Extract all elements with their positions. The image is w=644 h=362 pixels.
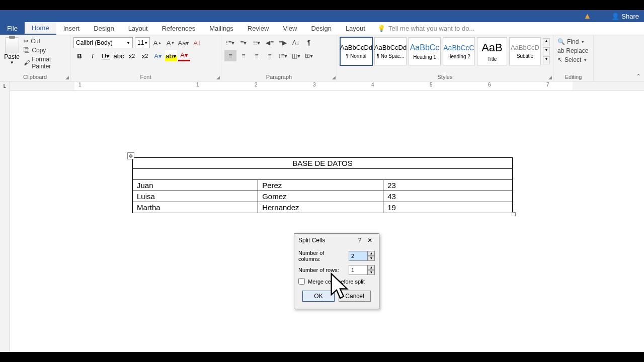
- table-cell[interactable]: Martha: [133, 202, 258, 213]
- ruler-horizontal[interactable]: 1 1 2 3 4 5 6 7: [10, 81, 644, 90]
- find-button[interactable]: 🔍Find▼: [556, 37, 590, 46]
- increase-indent-button[interactable]: ≡▶: [277, 37, 289, 48]
- style-title[interactable]: AaBTitle: [477, 37, 507, 65]
- style-heading2[interactable]: AaBbCcCHeading 2: [443, 37, 475, 65]
- superscript-button[interactable]: x2: [139, 50, 151, 61]
- ok-button[interactable]: OK: [302, 291, 335, 302]
- highlight-button[interactable]: ab▾: [165, 50, 177, 61]
- columns-up[interactable]: ▲: [368, 251, 375, 256]
- tab-references[interactable]: References: [155, 22, 202, 35]
- paragraph-launcher[interactable]: ◢: [332, 75, 336, 80]
- tab-selector[interactable]: L: [0, 81, 10, 90]
- style-normal[interactable]: AaBbCcDd¶ Normal: [340, 37, 372, 65]
- strikethrough-button[interactable]: abc: [113, 50, 125, 61]
- merge-checkbox[interactable]: [298, 278, 305, 285]
- clear-formatting-button[interactable]: A⃠: [191, 37, 202, 48]
- format-painter-button[interactable]: 🖌Format Painter: [23, 55, 67, 70]
- group-label-clipboard: Clipboard: [0, 74, 70, 80]
- select-button[interactable]: ↖Select▼: [556, 55, 590, 64]
- bold-button[interactable]: B: [73, 50, 86, 61]
- tell-me-search[interactable]: 💡 Tell me what you want to do...: [372, 22, 644, 35]
- line-spacing-button[interactable]: ↕≡▾: [277, 50, 289, 61]
- multilevel-button[interactable]: ⁝⁝▾: [251, 37, 263, 48]
- change-case-button[interactable]: Aa▾: [178, 37, 189, 48]
- italic-button[interactable]: I: [87, 50, 99, 61]
- tab-insert[interactable]: Insert: [56, 22, 87, 35]
- share-button[interactable]: 👤 Share: [611, 13, 639, 20]
- bullets-button[interactable]: ⁝≡▾: [224, 37, 236, 48]
- scissors-icon: ✂: [24, 38, 29, 45]
- table-cell[interactable]: Hernandez: [258, 202, 383, 213]
- style-subtitle[interactable]: AaBbCcDSubtitle: [509, 37, 541, 65]
- ruler-vertical[interactable]: [0, 90, 10, 352]
- document-background[interactable]: ✥ BASE DE DATOS Juan Perez 23 Luisa Gome…: [10, 90, 644, 352]
- tab-table-layout[interactable]: Layout: [339, 22, 372, 35]
- table-title-cell[interactable]: BASE DE DATOS: [133, 158, 513, 169]
- dialog-titlebar[interactable]: Split Cells ? ✕: [294, 234, 379, 247]
- shrink-font-button[interactable]: A▼: [165, 37, 176, 48]
- tab-home[interactable]: Home: [25, 22, 56, 35]
- share-label: Share: [621, 13, 639, 20]
- font-size-combo[interactable]: 11▼: [135, 37, 150, 48]
- columns-input[interactable]: [349, 251, 368, 261]
- grow-font-button[interactable]: A▲: [152, 37, 163, 48]
- table-cell[interactable]: 23: [383, 180, 513, 191]
- justify-button[interactable]: ≡: [264, 50, 276, 61]
- lightbulb-icon: 💡: [377, 25, 385, 32]
- font-launcher[interactable]: ◢: [216, 75, 220, 80]
- table-empty-row[interactable]: [133, 169, 513, 180]
- dialog-help-button[interactable]: ?: [355, 237, 365, 244]
- align-center-button[interactable]: ≡: [237, 50, 250, 61]
- underline-button[interactable]: U▾: [100, 50, 112, 61]
- borders-button[interactable]: ⊞▾: [303, 50, 315, 61]
- table[interactable]: ✥ BASE DE DATOS Juan Perez 23 Luisa Gome…: [132, 157, 513, 213]
- columns-label: Number of columns:: [298, 250, 347, 262]
- table-cell[interactable]: 43: [383, 191, 513, 202]
- table-move-handle[interactable]: ✥: [127, 152, 134, 159]
- subscript-button[interactable]: x2: [126, 50, 138, 61]
- copy-button[interactable]: ⿻Copy: [23, 46, 67, 54]
- style-heading1[interactable]: AaBbCcHeading 1: [409, 37, 441, 65]
- table-row: Luisa Gomez 43: [133, 191, 513, 202]
- columns-down[interactable]: ▼: [368, 256, 375, 261]
- rows-input[interactable]: [349, 265, 368, 275]
- cut-button[interactable]: ✂Cut: [23, 37, 67, 45]
- sort-button[interactable]: A↓: [290, 37, 302, 48]
- tab-review[interactable]: Review: [240, 22, 276, 35]
- align-right-button[interactable]: ≡: [251, 50, 263, 61]
- style-nospacing[interactable]: AaBbCcDd¶ No Spac...: [374, 37, 407, 65]
- table-cell[interactable]: 19: [383, 202, 513, 213]
- rows-up[interactable]: ▲: [368, 265, 375, 270]
- group-styles: AaBbCcDd¶ Normal AaBbCcDd¶ No Spac... Aa…: [337, 35, 553, 81]
- paste-button[interactable]: Paste ▼: [3, 37, 21, 70]
- table-cell[interactable]: Perez: [258, 180, 383, 191]
- clipboard-launcher[interactable]: ◢: [65, 75, 69, 80]
- show-marks-button[interactable]: ¶: [303, 37, 315, 48]
- table-cell[interactable]: Juan: [133, 180, 258, 191]
- table-cell[interactable]: Luisa: [133, 191, 258, 202]
- tell-me-placeholder: Tell me what you want to do...: [388, 25, 474, 32]
- group-label-editing: Editing: [553, 74, 593, 80]
- align-left-button[interactable]: ≡: [224, 50, 236, 61]
- text-effects-button[interactable]: A▾: [152, 50, 164, 61]
- table-resize-handle[interactable]: [512, 212, 516, 216]
- tab-table-design[interactable]: Design: [304, 22, 338, 35]
- dialog-close-button[interactable]: ✕: [365, 237, 375, 244]
- cancel-button[interactable]: Cancel: [339, 291, 371, 302]
- font-color-button[interactable]: A▾: [178, 50, 190, 61]
- tab-view[interactable]: View: [276, 22, 304, 35]
- tab-layout[interactable]: Layout: [121, 22, 155, 35]
- tab-design[interactable]: Design: [87, 22, 121, 35]
- font-name-combo[interactable]: Calibri (Body)▼: [73, 37, 133, 48]
- decrease-indent-button[interactable]: ◀≡: [264, 37, 276, 48]
- rows-down[interactable]: ▼: [368, 270, 375, 275]
- styles-launcher[interactable]: ◢: [548, 75, 552, 80]
- table-cell[interactable]: Gomez: [258, 191, 383, 202]
- shading-button[interactable]: ◫▾: [290, 50, 302, 61]
- tab-mailings[interactable]: Mailings: [202, 22, 240, 35]
- numbering-button[interactable]: ≡▾: [237, 37, 250, 48]
- replace-button[interactable]: abReplace: [556, 46, 590, 55]
- styles-scroll[interactable]: ▲ ▼ ▾: [543, 38, 550, 64]
- collapse-ribbon-button[interactable]: ⌃: [636, 73, 641, 80]
- tab-file[interactable]: File: [0, 22, 25, 35]
